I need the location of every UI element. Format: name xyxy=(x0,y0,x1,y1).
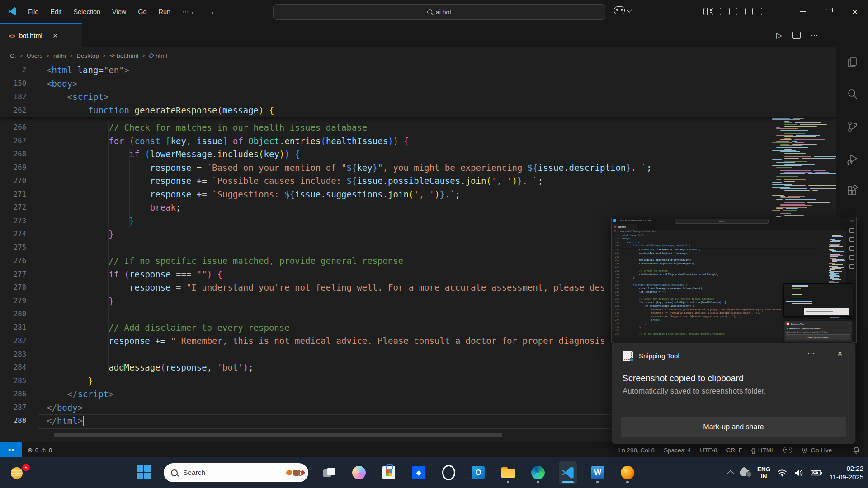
line-number[interactable]: 266 xyxy=(0,121,26,135)
code-line[interactable]: 182 <script> xyxy=(0,90,836,104)
breadcrumb-users[interactable]: Users xyxy=(27,52,42,59)
cursor-position[interactable]: Ln 288, Col 8 xyxy=(618,447,655,454)
code-line[interactable]: 271 response += `Suggestions: ${issue.su… xyxy=(0,188,836,202)
copilot-menu[interactable] xyxy=(614,6,631,14)
taskbar-task-view[interactable] xyxy=(320,461,338,484)
start-button[interactable] xyxy=(137,465,152,480)
markup-share-button[interactable]: Mark-up and share xyxy=(621,417,846,437)
breadcrumb-file[interactable]: <> bot.html xyxy=(109,52,138,59)
line-number[interactable]: 287 xyxy=(0,401,26,415)
taskbar-word[interactable]: W xyxy=(589,461,607,484)
wifi-icon[interactable] xyxy=(777,469,787,477)
line-number[interactable]: 288 xyxy=(0,414,26,428)
source-control-icon[interactable] xyxy=(846,121,859,133)
line-number[interactable]: 286 xyxy=(0,388,26,401)
line-number[interactable]: 268 xyxy=(0,148,26,161)
copilot-status-icon[interactable] xyxy=(783,447,792,453)
toggle-secondary-sidebar-icon[interactable] xyxy=(752,8,762,15)
breadcrumb-drive[interactable]: C: xyxy=(10,52,16,59)
code-line[interactable]: 272 break; xyxy=(0,201,836,215)
remote-indicator[interactable]: >< xyxy=(0,442,22,458)
line-number[interactable]: 280 xyxy=(0,308,26,321)
language-indicator[interactable]: ENG IN xyxy=(757,466,770,479)
toast-more-icon[interactable]: ⋯ xyxy=(807,349,816,358)
code-line[interactable]: 270 response += `Possible causes include… xyxy=(0,174,836,188)
problems-indicator[interactable]: ⊗ 0 ⚠ 0 xyxy=(28,446,52,454)
line-number[interactable]: 150 xyxy=(0,77,26,91)
taskbar-search[interactable]: Search xyxy=(164,463,308,482)
menu-edit[interactable]: Edit xyxy=(45,6,67,18)
encoding[interactable]: UTF-8 xyxy=(700,447,717,454)
run-file-icon[interactable]: ▷ xyxy=(776,31,782,40)
indentation[interactable]: Spaces: 4 xyxy=(664,447,691,454)
toggle-panel-icon[interactable] xyxy=(736,8,746,15)
line-number[interactable]: 2 xyxy=(0,64,26,77)
explorer-icon[interactable] xyxy=(846,56,859,69)
taskbar-firefox[interactable] xyxy=(618,461,637,484)
close-button[interactable]: × xyxy=(842,0,868,23)
line-number[interactable]: 277 xyxy=(0,268,26,282)
line-number[interactable]: 284 xyxy=(0,361,26,375)
back-icon[interactable]: ← xyxy=(190,7,198,17)
taskbar-edge[interactable] xyxy=(529,461,547,484)
more-actions-icon[interactable]: ⋯ xyxy=(811,31,818,40)
line-number[interactable]: 285 xyxy=(0,375,26,388)
taskbar-copilot[interactable] xyxy=(350,461,368,484)
line-number[interactable]: 279 xyxy=(0,295,26,308)
line-number[interactable]: 270 xyxy=(0,174,26,188)
customize-layout-icon[interactable] xyxy=(703,8,713,15)
scrollbar-thumb[interactable] xyxy=(54,433,502,437)
code-line[interactable]: 2<html lang="en"> xyxy=(0,64,836,77)
notifications-bell-icon[interactable] xyxy=(853,446,860,454)
line-number[interactable]: 274 xyxy=(0,228,26,241)
forward-icon[interactable]: → xyxy=(207,7,215,17)
menu-go[interactable]: Go xyxy=(132,6,152,18)
toggle-sidebar-icon[interactable] xyxy=(720,8,730,15)
language-mode[interactable]: {} HTML xyxy=(751,447,775,454)
taskbar-loop[interactable] xyxy=(439,461,458,484)
battery-icon[interactable] xyxy=(811,469,822,476)
restore-button[interactable] xyxy=(816,0,842,23)
toast-close-icon[interactable]: × xyxy=(837,348,843,359)
code-line[interactable]: 268 if (lowerMessage.includes(key)) { xyxy=(0,148,836,161)
breadcrumb-symbol[interactable]: html xyxy=(149,52,167,59)
line-number[interactable]: 281 xyxy=(0,321,26,335)
line-number[interactable]: 262 xyxy=(0,104,26,117)
code-line[interactable]: 266 // Check for matches in our health i… xyxy=(0,121,836,135)
menu-selection[interactable]: Selection xyxy=(68,6,106,18)
menu-file[interactable]: File xyxy=(23,6,44,18)
breadcrumb-desktop[interactable]: Desktop xyxy=(76,52,99,59)
line-number[interactable]: 271 xyxy=(0,188,26,202)
line-number[interactable]: 182 xyxy=(0,90,26,104)
code-line[interactable]: 267 for (const [key, issue] of Object.en… xyxy=(0,135,836,148)
tab-bot-html[interactable]: <> bot.html × xyxy=(0,23,82,47)
eol-sequence[interactable]: CRLF xyxy=(726,447,742,454)
code-line[interactable]: 150<body> xyxy=(0,77,836,91)
tray-overflow-icon[interactable] xyxy=(727,470,734,477)
breadcrumb-nikhi[interactable]: nikhi xyxy=(53,52,66,59)
taskbar-outlook[interactable]: O xyxy=(469,461,487,484)
line-number[interactable]: 269 xyxy=(0,161,26,175)
line-number[interactable]: 276 xyxy=(0,254,26,268)
onedrive-icon[interactable] xyxy=(740,470,750,476)
search-icon[interactable] xyxy=(846,88,859,100)
clock[interactable]: 02:22 11-09-2025 xyxy=(829,464,863,481)
extensions-icon[interactable] xyxy=(846,185,859,197)
line-number[interactable]: 273 xyxy=(0,215,26,228)
split-editor-icon[interactable] xyxy=(792,32,801,39)
widgets-button[interactable]: 5 xyxy=(10,464,30,482)
volume-icon[interactable] xyxy=(794,469,804,477)
taskbar-dropbox[interactable]: ◆ xyxy=(410,461,428,484)
line-number[interactable]: 278 xyxy=(0,281,26,295)
line-number[interactable]: 283 xyxy=(0,348,26,361)
line-number[interactable]: 282 xyxy=(0,334,26,348)
code-line[interactable]: 262 function generateResponse(message) { xyxy=(0,104,836,117)
minimize-button[interactable] xyxy=(789,0,816,23)
taskbar-vscode[interactable] xyxy=(559,461,577,484)
taskbar-file-explorer[interactable] xyxy=(499,461,517,484)
tab-close-icon[interactable]: × xyxy=(53,31,58,41)
line-number[interactable]: 267 xyxy=(0,135,26,148)
code-line[interactable]: 269 response = `Based on your mention of… xyxy=(0,161,836,175)
line-number[interactable]: 275 xyxy=(0,241,26,255)
taskbar-store[interactable] xyxy=(380,461,398,484)
